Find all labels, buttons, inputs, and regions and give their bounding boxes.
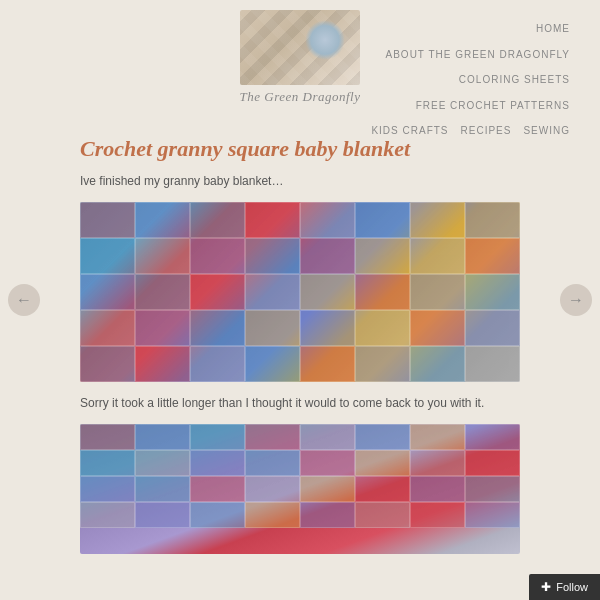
site-logo	[240, 10, 360, 85]
site-title: The Green Dragonfly	[240, 89, 361, 105]
nav-row-5: KIDS CRAFTS RECIPES SEWING	[363, 116, 570, 142]
nav-home[interactable]: HOME	[536, 23, 570, 34]
nav-arrow-left[interactable]: ←	[8, 284, 40, 316]
follow-icon: ✚	[541, 580, 551, 594]
nav-row-3: COLORING SHEETS	[363, 65, 570, 91]
nav-about[interactable]: ABOUT THE GREEN DRAGONFLY	[386, 49, 570, 60]
follow-label: Follow	[556, 581, 588, 593]
nav-crochet[interactable]: FREE CROCHET PATTERNS	[416, 100, 570, 111]
left-arrow-icon: ←	[16, 291, 32, 309]
nav-row-2: ABOUT THE GREEN DRAGONFLY	[363, 40, 570, 66]
granny-pattern-2	[80, 424, 520, 554]
post-image-2	[80, 424, 520, 554]
nav-kids[interactable]: KIDS CRAFTS	[371, 125, 448, 136]
post-intro: Ive finished my granny baby blanket…	[80, 172, 520, 190]
nav-sewing[interactable]: SEWING	[523, 125, 570, 136]
main-nav: HOME ABOUT THE GREEN DRAGONFLY COLORING …	[363, 8, 590, 142]
nav-row-4: FREE CROCHET PATTERNS	[363, 91, 570, 117]
post-caption: Sorry it took a little longer than I tho…	[80, 394, 520, 412]
nav-arrow-right[interactable]: →	[560, 284, 592, 316]
nav-row-1: HOME	[363, 14, 570, 40]
granny-pattern-1	[80, 202, 520, 382]
follow-button[interactable]: ✚ Follow	[529, 574, 600, 600]
main-content: Crochet granny square baby blanket Ive f…	[0, 115, 600, 554]
nav-coloring[interactable]: COLORING SHEETS	[459, 74, 570, 85]
post-image-1	[80, 202, 520, 382]
right-arrow-icon: →	[568, 291, 584, 309]
nav-recipes[interactable]: RECIPES	[461, 125, 512, 136]
